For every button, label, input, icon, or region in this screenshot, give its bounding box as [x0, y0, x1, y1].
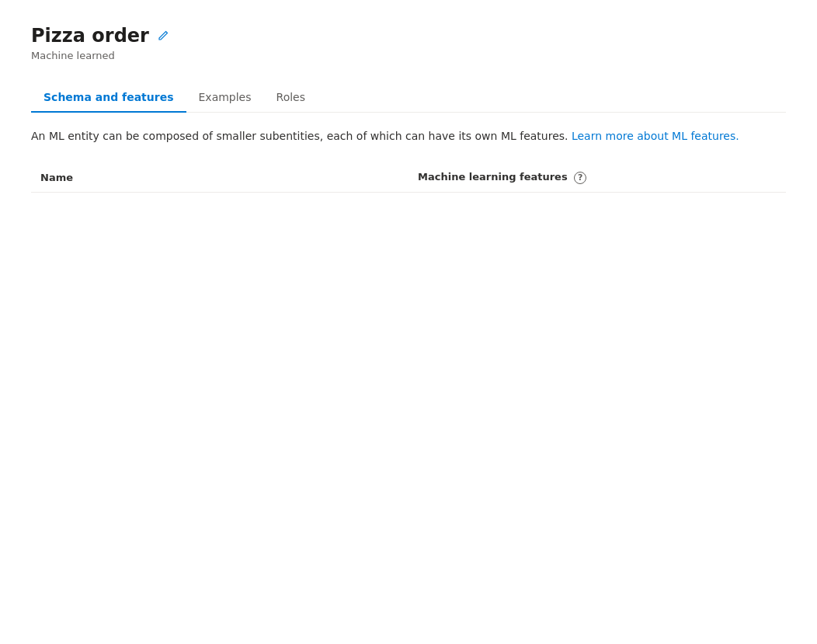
col-name-header: Name: [31, 163, 408, 192]
tab-examples[interactable]: Examples: [186, 83, 264, 113]
schema-table: Name Machine learning features ?: [31, 163, 786, 193]
page-title: Pizza order: [31, 25, 786, 47]
tab-schema[interactable]: Schema and features: [31, 83, 186, 113]
tab-roles[interactable]: Roles: [264, 83, 318, 113]
col-features-header: Machine learning features ?: [408, 163, 786, 192]
page-subtitle: Machine learned: [31, 50, 786, 61]
description-text: An ML entity can be composed of smaller …: [31, 128, 786, 144]
edit-icon[interactable]: [157, 30, 169, 42]
table-header-row: Name Machine learning features ?: [31, 163, 786, 192]
tabs-container: Schema and features Examples Roles: [31, 83, 786, 113]
learn-more-link[interactable]: Learn more about ML features.: [572, 130, 739, 142]
features-help-icon[interactable]: ?: [574, 172, 586, 184]
